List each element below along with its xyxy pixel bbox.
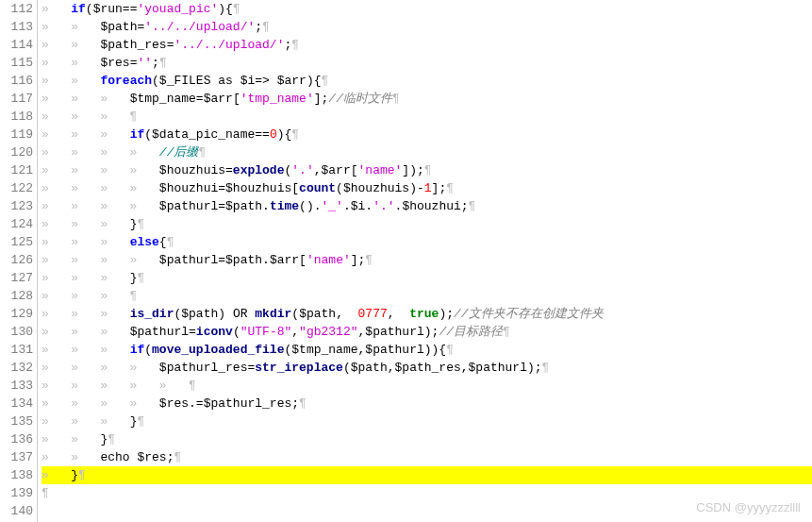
watermark: CSDN @yyyyzzzllll bbox=[696, 500, 801, 514]
code-line[interactable]: » » » }¶ bbox=[41, 413, 812, 430]
code-line[interactable]: » » foreach($_FILES as $i=> $arr){¶ bbox=[41, 72, 812, 90]
line-number: 122 bbox=[0, 179, 33, 197]
line-number: 129 bbox=[0, 305, 33, 323]
code-line[interactable]: » if($run=='youad_pic'){¶ bbox=[41, 0, 812, 18]
line-number: 138 bbox=[0, 466, 33, 484]
line-number: 120 bbox=[0, 143, 33, 161]
line-number-gutter: 1121131141151161171181191201211221231241… bbox=[0, 0, 38, 522]
line-number: 114 bbox=[0, 36, 33, 54]
line-number: 125 bbox=[0, 233, 33, 251]
code-line[interactable]: » » » » //后缀¶ bbox=[41, 143, 812, 161]
line-number: 119 bbox=[0, 126, 33, 143]
line-number: 124 bbox=[0, 215, 33, 233]
code-line[interactable]: » » » » $houzhuis=explode('.',$arr['name… bbox=[41, 161, 812, 179]
code-line[interactable]: » » » » $pathurl_res=str_ireplace($path,… bbox=[41, 359, 812, 377]
code-line[interactable]: » » » » $res.=$pathurl_res;¶ bbox=[41, 395, 812, 413]
line-number: 123 bbox=[0, 197, 33, 215]
line-number: 112 bbox=[0, 0, 33, 18]
code-editor[interactable]: 1121131141151161171181191201211221231241… bbox=[0, 0, 812, 522]
line-number: 132 bbox=[0, 359, 33, 377]
code-line[interactable]: » » » » $houzhui=$houzhuis[count($houzhu… bbox=[41, 179, 812, 197]
code-line[interactable]: » » » }¶ bbox=[41, 215, 812, 233]
line-number: 121 bbox=[0, 161, 33, 179]
code-line[interactable]: » » echo $res;¶ bbox=[41, 448, 812, 466]
code-line[interactable]: » » $path_res='../../upload/';¶ bbox=[41, 36, 812, 54]
line-number: 139 bbox=[0, 484, 33, 502]
line-number: 127 bbox=[0, 269, 33, 287]
line-number: 118 bbox=[0, 108, 33, 126]
line-number: 130 bbox=[0, 323, 33, 341]
code-line[interactable]: » » » else{¶ bbox=[41, 233, 812, 251]
line-number: 131 bbox=[0, 341, 33, 359]
line-number: 113 bbox=[0, 18, 33, 36]
code-line[interactable]: » » $res='';¶ bbox=[41, 54, 812, 72]
line-number: 128 bbox=[0, 287, 33, 305]
code-line[interactable]: » » » if(move_uploaded_file($tmp_name,$p… bbox=[41, 341, 812, 359]
code-line[interactable]: » » » ¶ bbox=[41, 287, 812, 305]
code-line[interactable]: » » » » $pathurl=$path.time().'_'.$i.'.'… bbox=[41, 197, 812, 215]
line-number: 116 bbox=[0, 72, 33, 90]
code-line[interactable]: » » » if($data_pic_name==0){¶ bbox=[41, 126, 812, 143]
code-line[interactable]: » » » ¶ bbox=[41, 108, 812, 126]
line-number: 133 bbox=[0, 377, 33, 395]
code-line[interactable]: » » » $pathurl=iconv("UTF-8","gb2312",$p… bbox=[41, 323, 812, 341]
line-number: 137 bbox=[0, 448, 33, 466]
code-line[interactable]: » » » » $pathurl=$path.$arr['name'];¶ bbox=[41, 251, 812, 269]
code-line[interactable]: » » » }¶ bbox=[41, 269, 812, 287]
line-number: 136 bbox=[0, 430, 33, 448]
code-line[interactable]: » » » is_dir($path) OR mkdir($path, 0777… bbox=[41, 305, 812, 323]
line-number: 140 bbox=[0, 502, 33, 520]
code-line[interactable]: » » » $tmp_name=$arr['tmp_name'];//临时文件¶ bbox=[41, 90, 812, 108]
line-number: 135 bbox=[0, 413, 33, 430]
line-number: 126 bbox=[0, 251, 33, 269]
code-line[interactable]: » » }¶ bbox=[41, 430, 812, 448]
code-area[interactable]: » if($run=='youad_pic'){¶ » » $path='../… bbox=[38, 0, 812, 522]
line-number: 134 bbox=[0, 395, 33, 413]
line-number: 115 bbox=[0, 54, 33, 72]
code-line[interactable]: » » » » » ¶ bbox=[41, 377, 812, 395]
code-line[interactable]: » » $path='../../upload/';¶ bbox=[41, 18, 812, 36]
line-number: 117 bbox=[0, 90, 33, 108]
code-line-highlighted[interactable]: » }¶ bbox=[41, 466, 812, 484]
